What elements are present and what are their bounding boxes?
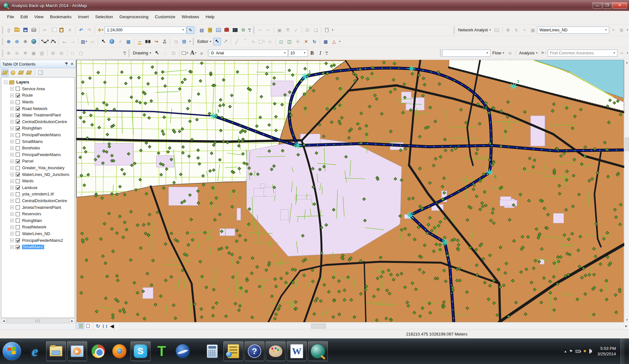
add-flag-button[interactable]: ⚑▾ xyxy=(540,49,547,57)
action-center-flag-icon[interactable]: ⚑ xyxy=(569,349,573,353)
display-arrows-button[interactable]: ≋ xyxy=(506,49,514,57)
layer-visibility-checkbox[interactable] xyxy=(16,199,20,203)
layer-visibility-checkbox[interactable] xyxy=(16,212,20,216)
toc-layer-row[interactable]: +JimetaTreatmentPlant xyxy=(1,204,75,211)
straight-segment-button[interactable]: ╱ xyxy=(233,38,240,45)
data-view-button[interactable] xyxy=(78,323,84,329)
close-icon[interactable]: ✕ xyxy=(70,62,74,66)
add-data-button[interactable]: ✚▾ xyxy=(97,26,104,34)
toolbar-overflow[interactable]: ▾ xyxy=(332,29,333,31)
full-extent-button[interactable] xyxy=(30,38,37,45)
move-feature-button[interactable]: ✛ xyxy=(294,38,302,45)
toc-layer-row[interactable]: +Road Network xyxy=(1,105,75,112)
layer-label[interactable]: Road Network xyxy=(22,107,47,111)
layer-label[interactable]: Wards xyxy=(22,179,34,183)
expand-icon[interactable]: + xyxy=(10,120,14,123)
layout-zoom-whole-page-button[interactable]: ▣ xyxy=(30,49,37,57)
scroll-left-icon[interactable]: ◀ xyxy=(109,323,115,329)
toc-layer-row[interactable]: +RisingMain xyxy=(1,217,75,224)
toc-layer-row[interactable]: +SmallMains xyxy=(1,138,75,145)
trace-task-combo[interactable]: Find Common Ancestors ▼ xyxy=(548,50,617,57)
expand-icon[interactable]: + xyxy=(10,133,14,137)
select-features-button[interactable]: ▨▾ xyxy=(80,38,88,45)
taskbar-media-player[interactable]: ▶ xyxy=(67,341,87,361)
network-build-button[interactable]: ⌖ xyxy=(609,26,617,34)
layer-label[interactable]: SmallMain2 xyxy=(22,245,44,249)
toolbar-grip[interactable] xyxy=(2,27,3,34)
network-dataset-combo[interactable]: WaterLines_ND ▼ xyxy=(537,27,609,34)
go-to-xy-button[interactable]: ⊙XY xyxy=(161,38,168,45)
menu-item-file[interactable]: File xyxy=(4,13,17,20)
toolbar-grip[interactable] xyxy=(440,50,441,57)
menu-item-geoprocessing[interactable]: Geoprocessing xyxy=(116,13,152,20)
toc-layer-row[interactable]: +RisingMain xyxy=(1,125,75,132)
fixed-zoom-in-button[interactable]: ⤡⤢ xyxy=(41,38,49,45)
expand-icon[interactable]: + xyxy=(10,186,14,189)
layout-zoom-out-button[interactable]: ⊖ xyxy=(13,49,21,57)
layer-label[interactable]: Route xyxy=(22,93,33,98)
expand-icon[interactable]: + xyxy=(10,206,14,209)
edit-annotation-tool-button[interactable]: ↗ xyxy=(222,38,229,45)
network-directions-button[interactable]: ▦ xyxy=(529,26,537,34)
sketch-properties-button[interactable]: △ xyxy=(330,38,338,45)
taskbar-arcmap[interactable] xyxy=(308,341,328,361)
collapse-icon[interactable]: − xyxy=(4,81,7,84)
menu-item-windows[interactable]: Windows xyxy=(179,13,203,20)
find-button[interactable] xyxy=(144,38,152,45)
layer-label[interactable]: JimetaTreatmentPlant xyxy=(22,205,61,210)
expand-icon[interactable]: + xyxy=(10,226,14,229)
flow-menu[interactable]: Flow▾ xyxy=(490,50,506,56)
arctoolbox-button[interactable] xyxy=(223,26,230,34)
font-name-combo[interactable]: O Arial ▼ xyxy=(209,50,288,57)
layer-visibility-checkbox[interactable] xyxy=(16,120,20,124)
layer-label[interactable]: RoadNetwork xyxy=(22,225,46,229)
network-analyst-window-button[interactable] xyxy=(493,26,501,34)
toc-layer-row[interactable]: +Water TreatmentPlant xyxy=(1,112,75,119)
toc-layer-row[interactable]: +WaterLines_ND_Junctions xyxy=(1,171,75,178)
layer-label[interactable]: RisingMain xyxy=(22,126,42,131)
toc-layer-row[interactable]: +CentralDistributionCentre xyxy=(1,198,75,204)
pan-button[interactable]: ✥ xyxy=(21,38,29,45)
toc-layer-row[interactable]: +SmallMain2 xyxy=(1,244,75,250)
drawing-menu[interactable]: Drawing▾ xyxy=(131,50,153,56)
toc-layer-row[interactable]: +Service Area xyxy=(1,86,75,92)
drawing-select-button[interactable]: ↖ xyxy=(153,49,161,57)
print-button[interactable] xyxy=(30,26,37,34)
layer-visibility-checkbox[interactable] xyxy=(16,232,20,236)
toolbar-grip[interactable] xyxy=(454,27,455,34)
layer-visibility-checkbox[interactable] xyxy=(16,87,20,91)
expand-icon[interactable]: + xyxy=(10,160,14,163)
editor-sketch-button[interactable]: ✎ xyxy=(187,26,194,34)
expand-icon[interactable]: + xyxy=(10,94,14,97)
expand-icon[interactable]: + xyxy=(10,232,14,235)
error-inspector-button[interactable]: ☑ xyxy=(303,26,311,34)
maximize-button[interactable]: ❐ xyxy=(602,2,612,9)
expand-icon[interactable]: + xyxy=(10,87,14,91)
list-by-visibility-button[interactable] xyxy=(17,69,24,76)
map-canvas[interactable]: 106111 xyxy=(76,60,624,322)
menu-item-insert[interactable]: Insert xyxy=(75,13,92,20)
new-map-button[interactable]: ▯ xyxy=(5,26,12,34)
go-back-extent-button[interactable]: ← xyxy=(60,38,68,45)
toc-layer-row[interactable]: +Landuse xyxy=(1,185,75,191)
layer-label[interactable]: SmallMains xyxy=(22,139,43,144)
taskbar-teamviewer[interactable]: T xyxy=(152,341,172,361)
layer-label[interactable]: WaterLines_ND xyxy=(22,232,50,236)
battery-icon[interactable] xyxy=(576,350,580,353)
expand-icon[interactable]: + xyxy=(10,146,14,150)
taskbar-internet-explorer[interactable]: e xyxy=(25,341,45,361)
layer-visibility-checkbox[interactable] xyxy=(16,179,20,183)
layer-visibility-checkbox[interactable] xyxy=(16,245,20,249)
font-size-combo[interactable]: 10 ▼ xyxy=(288,50,308,57)
hyperlink-button[interactable]: ⚡ xyxy=(116,38,124,45)
drawing-text-button[interactable]: A▾ xyxy=(190,49,197,57)
toolbar-overflow[interactable]: ▸▸▾ xyxy=(248,28,251,32)
expand-icon[interactable]: + xyxy=(10,166,14,170)
zoom-in-button[interactable]: ⊕ xyxy=(5,38,12,45)
update-icon[interactable]: ✹ xyxy=(583,349,586,353)
layout-fixed-zoom-in-button[interactable]: ⊞ xyxy=(49,49,57,57)
expand-icon[interactable]: + xyxy=(10,107,14,110)
toc-layer-row[interactable]: +Wards xyxy=(1,99,75,106)
menu-item-selection[interactable]: Selection xyxy=(92,13,116,20)
layer-label[interactable]: Wards xyxy=(22,100,34,104)
